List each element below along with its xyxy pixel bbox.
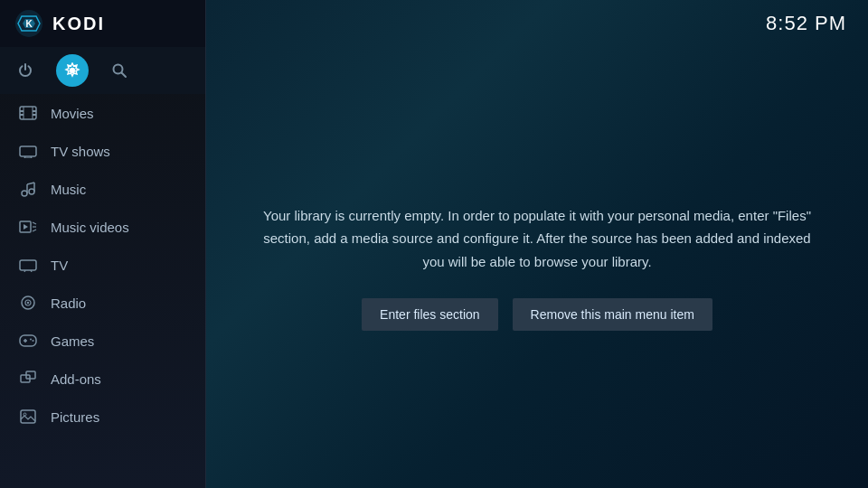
search-icon <box>111 62 127 79</box>
sidebar-item-movies[interactable]: Movies <box>0 94 205 132</box>
movies-label: Movies <box>51 106 94 121</box>
svg-line-6 <box>122 73 127 78</box>
sidebar-header: K KODI <box>0 0 205 47</box>
radio-icon <box>18 293 38 313</box>
sidebar-nav: Movies TV shows Music Music videos TV <box>0 94 205 488</box>
svg-point-33 <box>27 302 29 304</box>
movies-icon <box>18 103 38 123</box>
musicvideos-icon <box>18 217 38 237</box>
sidebar-item-radio[interactable]: Radio <box>0 284 205 322</box>
content-area: Your library is currently empty. In orde… <box>206 47 868 488</box>
remove-menu-item-button[interactable]: Remove this main menu item <box>513 298 712 331</box>
settings-icon <box>64 62 80 79</box>
sidebar-item-musicvideos[interactable]: Music videos <box>0 208 205 246</box>
svg-point-18 <box>22 191 27 196</box>
sidebar-icons-bar <box>0 47 205 94</box>
tv-label: TV <box>51 258 68 273</box>
library-message: Your library is currently empty. In orde… <box>260 204 814 274</box>
musicvideos-label: Music videos <box>51 220 129 235</box>
sidebar-item-music[interactable]: Music <box>0 170 205 208</box>
games-icon <box>18 331 38 351</box>
power-button[interactable] <box>9 54 42 87</box>
search-button[interactable] <box>103 54 136 87</box>
radio-label: Radio <box>51 296 86 311</box>
svg-rect-10 <box>20 110 24 112</box>
sidebar-item-tvshows[interactable]: TV shows <box>0 132 205 170</box>
svg-line-21 <box>27 183 34 184</box>
sidebar-item-pictures[interactable]: Pictures <box>0 398 205 436</box>
games-label: Games <box>51 333 94 349</box>
tv-icon <box>18 255 38 275</box>
sidebar: K KODI Mov <box>0 0 206 488</box>
svg-point-38 <box>33 340 34 342</box>
app-title: KODI <box>52 14 105 34</box>
music-icon <box>18 179 38 199</box>
svg-rect-28 <box>20 260 36 270</box>
kodi-logo-icon: K <box>14 9 43 38</box>
tvshows-icon <box>18 141 38 161</box>
svg-point-37 <box>30 339 32 341</box>
clock-display: 8:52 PM <box>766 12 846 35</box>
svg-text:K: K <box>25 19 33 29</box>
music-label: Music <box>51 182 86 197</box>
sidebar-item-games[interactable]: Games <box>0 322 205 360</box>
svg-rect-14 <box>20 146 36 156</box>
pictures-label: Pictures <box>51 409 99 425</box>
tvshows-label: TV shows <box>51 144 110 159</box>
svg-rect-11 <box>33 110 36 112</box>
addons-icon <box>18 369 38 389</box>
library-card: Your library is currently empty. In orde… <box>260 204 814 332</box>
settings-button[interactable] <box>56 54 89 87</box>
sidebar-item-tv[interactable]: TV <box>0 246 205 284</box>
svg-line-25 <box>33 222 36 224</box>
svg-rect-7 <box>20 107 36 119</box>
power-icon <box>17 62 33 79</box>
svg-point-19 <box>29 189 34 194</box>
enter-files-button[interactable]: Enter files section <box>362 298 498 331</box>
svg-line-27 <box>33 230 36 231</box>
addons-label: Add-ons <box>51 371 101 387</box>
svg-marker-24 <box>24 224 28 230</box>
top-bar: 8:52 PM <box>206 0 868 47</box>
action-buttons: Enter files section Remove this main men… <box>260 298 814 331</box>
main-content: 8:52 PM Your library is currently empty.… <box>206 0 868 488</box>
sidebar-item-addons[interactable]: Add-ons <box>0 360 205 398</box>
svg-point-42 <box>24 413 26 416</box>
svg-rect-13 <box>33 114 36 116</box>
svg-rect-12 <box>20 114 24 116</box>
svg-point-4 <box>70 68 75 73</box>
pictures-icon <box>18 407 38 427</box>
